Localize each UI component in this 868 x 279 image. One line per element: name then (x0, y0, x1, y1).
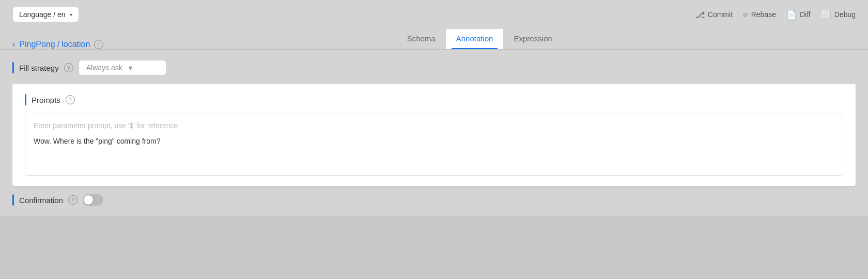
fill-strategy-label: Fill strategy (19, 64, 59, 72)
tab-schema[interactable]: Schema (397, 29, 446, 49)
prompts-header: Prompts ? (25, 94, 843, 105)
rebase-button[interactable]: ○ Rebase (743, 10, 776, 19)
commit-icon: ⎇ (695, 10, 705, 20)
toggle-thumb (84, 195, 93, 205)
prompts-textarea[interactable]: Enter parameter prompt, use '$' for refe… (25, 114, 843, 176)
confirmation-toggle[interactable] (83, 194, 103, 206)
breadcrumb-parent[interactable]: PingPong (19, 40, 55, 49)
prompts-help-icon[interactable]: ? (66, 95, 75, 104)
chevron-down-icon: ▾ (70, 12, 72, 18)
confirmation-label: Confirmation (19, 196, 63, 205)
debug-icon: ⬜ (821, 10, 831, 20)
breadcrumb-info-icon[interactable]: i (94, 40, 103, 49)
prompts-placeholder: Enter parameter prompt, use '$' for refe… (34, 121, 834, 130)
breadcrumb-current: location (61, 40, 90, 49)
confirmation-help-icon[interactable]: ? (68, 195, 78, 205)
strategy-chevron-icon: ▾ (129, 64, 132, 72)
commit-label: Commit (708, 10, 733, 19)
breadcrumb: ‹ PingPong / location i (12, 35, 103, 49)
confirmation-bar (12, 194, 14, 206)
rebase-label: Rebase (751, 10, 776, 19)
prompts-bar (25, 94, 26, 105)
rebase-icon: ○ (743, 10, 748, 19)
debug-label: Debug (834, 10, 856, 19)
prompts-title: Prompts (32, 96, 60, 104)
prompts-panel: Prompts ? Enter parameter prompt, use '$… (12, 84, 856, 186)
strategy-select[interactable]: Always ask ▾ (79, 60, 166, 75)
breadcrumb-separator: / (57, 40, 59, 49)
strategy-value: Always ask (86, 64, 122, 72)
back-button[interactable]: ‹ (12, 40, 15, 49)
language-selector[interactable]: Language / en ▾ (12, 7, 79, 22)
toolbar-left: Language / en ▾ (12, 7, 79, 22)
tab-annotation[interactable]: Annotation (446, 29, 504, 49)
fill-strategy-bar (12, 62, 14, 73)
fill-strategy-row: Fill strategy ? Always ask ▾ (12, 60, 856, 75)
diff-icon: 📄 (786, 10, 797, 20)
prompts-text: Wow. Where is the "ping" coming from? (34, 137, 834, 145)
fill-strategy-help-icon[interactable]: ? (64, 63, 73, 72)
toolbar-right: ⎇ Commit ○ Rebase 📄 Diff ⬜ Debug (695, 10, 856, 20)
debug-button[interactable]: ⬜ Debug (821, 10, 856, 20)
toolbar: Language / en ▾ ⎇ Commit ○ Rebase 📄 Diff… (0, 0, 868, 29)
diff-button[interactable]: 📄 Diff (786, 10, 811, 20)
tabs-row: Schema Annotation Expression (397, 29, 563, 49)
tab-expression[interactable]: Expression (503, 29, 562, 49)
language-label: Language / en (19, 10, 66, 19)
nav-area: ‹ PingPong / location i Schema Annotatio… (0, 29, 868, 49)
diff-label: Diff (800, 10, 811, 19)
main-content: Fill strategy ? Always ask ▾ Prompts ? E… (0, 50, 868, 216)
commit-button[interactable]: ⎇ Commit (695, 10, 733, 20)
confirmation-row: Confirmation ? (12, 194, 856, 206)
